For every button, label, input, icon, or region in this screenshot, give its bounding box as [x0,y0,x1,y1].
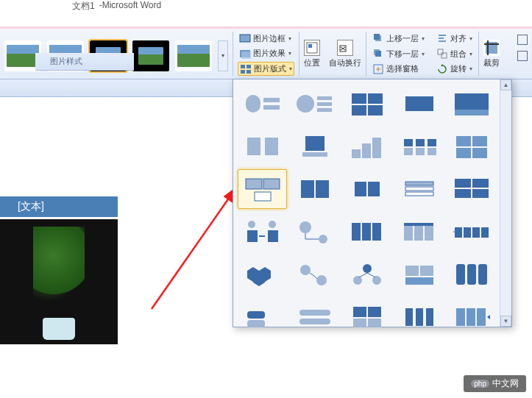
svg-rect-100 [368,307,381,317]
layout-option-4[interactable] [447,84,497,124]
rotate-label: 旋转 [450,63,467,74]
style-thumb-4[interactable] [132,40,169,71]
group-label: 组合 [450,49,467,60]
svg-rect-57 [405,182,433,185]
align-icon [436,32,448,44]
position-icon [304,40,320,56]
layout-option-3[interactable] [395,84,444,124]
svg-point-87 [353,276,362,285]
chevron-down-icon: ▾ [422,51,425,57]
layout-option-9[interactable] [447,127,497,166]
layout-option-16[interactable] [290,212,339,252]
svg-rect-65 [247,230,258,242]
layout-option-18[interactable] [395,212,444,252]
svg-rect-78 [464,227,471,238]
backward-icon [372,48,384,60]
arrange-group: 上移一层▾ 下移一层▾ 选择窗格 [366,29,430,79]
svg-rect-30 [405,96,433,111]
bring-forward-button[interactable]: 上移一层▾ [371,32,426,46]
wrap-button[interactable]: 自动换行 [324,29,366,79]
layout-option-19[interactable] [447,212,497,252]
layout-option-29[interactable] [447,297,497,337]
layout-option-25[interactable] [238,297,287,337]
selection-label: 选择窗格 [386,63,419,74]
svg-rect-95 [247,311,265,319]
svg-rect-42 [416,139,425,146]
layout-option-24[interactable] [447,255,497,294]
svg-rect-4 [247,65,251,68]
selection-pane-button[interactable]: 选择窗格 [371,62,426,76]
position-button[interactable]: 位置 [299,29,324,79]
layout-option-15[interactable] [238,212,287,252]
svg-rect-106 [456,308,465,326]
smartart-image[interactable] [0,219,118,344]
layout-option-26[interactable] [290,297,339,337]
svg-rect-45 [428,148,436,155]
layout-option-5[interactable] [238,127,287,166]
chevron-down-icon: ▾ [289,65,292,72]
svg-rect-2 [241,51,251,59]
layout-option-10[interactable] [238,169,287,209]
svg-point-68 [299,221,311,233]
size-icon-2[interactable] [517,51,528,61]
svg-rect-89 [405,266,419,276]
svg-rect-99 [353,307,366,317]
effects-icon [239,48,251,60]
svg-rect-43 [416,148,425,155]
chevron-down-icon: ▾ [469,65,472,72]
doc-name: 文档1 [72,0,95,13]
layout-option-8[interactable] [395,127,444,166]
layout-option-6[interactable] [290,127,339,166]
layout-option-12[interactable] [342,169,391,209]
selection-icon [372,63,384,75]
align-button[interactable]: 对齐▾ [435,32,474,46]
svg-rect-61 [472,179,489,188]
layout-option-28[interactable] [395,297,444,337]
panel-scrollbar[interactable]: ▲ ▼ [500,79,511,327]
rotate-button[interactable]: 旋转▾ [435,62,474,76]
size-icon-1[interactable] [517,35,528,45]
picture-border-button[interactable]: 图片边框▾ [238,32,294,46]
backward-label: 下移一层 [386,49,419,60]
layout-option-13[interactable] [395,169,444,209]
layout-option-17[interactable] [342,212,391,252]
rotate-icon [436,63,448,75]
scroll-up-icon[interactable]: ▲ [500,79,511,90]
svg-rect-8 [308,44,312,48]
watermark-text: 中文网 [492,377,519,390]
layout-option-11[interactable] [290,169,339,209]
svg-rect-90 [420,266,433,276]
group-button[interactable]: 组合▾ [435,47,474,61]
layout-option-2[interactable] [342,84,391,124]
scroll-down-icon[interactable]: ▼ [500,316,511,327]
layout-option-23[interactable] [395,255,444,294]
svg-rect-94 [478,264,487,285]
layout-option-0[interactable] [238,84,287,124]
layout-option-21[interactable] [290,255,339,294]
svg-rect-37 [352,149,361,158]
style-thumb-5[interactable] [175,40,212,71]
svg-rect-53 [301,180,314,198]
send-backward-button[interactable]: 下移一层▾ [371,47,426,61]
layout-option-20[interactable] [238,255,287,294]
layout-option-27[interactable] [342,297,391,337]
svg-point-85 [316,275,327,285]
svg-rect-70 [352,223,361,241]
smartart-caption[interactable]: [文本] [0,196,118,217]
svg-point-86 [363,264,372,273]
svg-rect-48 [456,148,471,158]
window-title: 文档1 - Microsoft Word [0,0,532,13]
layout-option-7[interactable] [342,127,391,166]
layout-option-1[interactable] [290,84,339,124]
style-gallery-more[interactable]: ▾ [218,40,228,71]
picture-effects-button[interactable]: 图片效果▾ [238,47,294,61]
layout-option-22[interactable] [342,255,391,294]
border-icon [239,32,251,44]
svg-rect-50 [246,179,262,189]
layout-option-14[interactable] [447,169,497,209]
svg-rect-98 [299,319,330,324]
picture-layout-button[interactable]: 图片版式▾ [238,62,294,76]
crop-button[interactable]: 裁剪 [479,29,504,79]
crop-icon [483,40,500,56]
align-label: 对齐 [450,33,467,44]
